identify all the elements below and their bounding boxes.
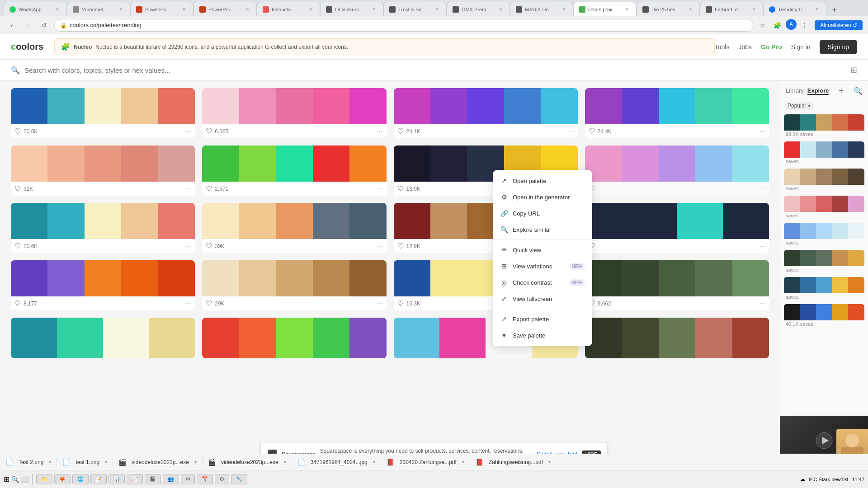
tab-close-8[interactable]: ✕: [497, 6, 504, 13]
mini-palette-4[interactable]: saves: [784, 196, 864, 219]
taskbar-calendar[interactable]: 📅: [197, 474, 213, 484]
context-save-palette[interactable]: ♥ Save palette: [493, 327, 592, 343]
taskbar-mail[interactable]: ✉: [181, 474, 195, 484]
search-taskbar[interactable]: 🔍: [11, 476, 19, 483]
context-check-contrast[interactable]: ◎ Check contrast NEW: [493, 274, 592, 291]
mini-palette-1[interactable]: 98.3K saves: [784, 114, 864, 138]
task-view[interactable]: ⬜: [21, 476, 28, 483]
download-chevron-3[interactable]: ▾: [194, 460, 197, 465]
more-icon[interactable]: ···: [760, 300, 765, 308]
taskbar-word[interactable]: 📝: [90, 474, 107, 484]
palette-card[interactable]: ♡ ···: [585, 203, 769, 253]
palette-card[interactable]: ♡ 32K ···: [11, 145, 195, 196]
tab-library[interactable]: Library: [786, 87, 804, 95]
tab-13[interactable]: Trending C... ✕: [763, 2, 826, 16]
popular-filter[interactable]: Popular ▾: [784, 102, 814, 110]
tab-explore[interactable]: Explore: [807, 87, 829, 95]
taskbar-onenote[interactable]: 📓: [145, 474, 161, 484]
tab-close-6[interactable]: ✕: [370, 6, 377, 13]
tab-close[interactable]: ✕: [54, 6, 61, 13]
context-copy-url[interactable]: 🔗 Copy URL: [493, 205, 592, 221]
tab-close-13[interactable]: ✕: [813, 6, 821, 13]
nucleo-banner[interactable]: 🧩 Nucleo Nucleo is a beautiful library o…: [54, 38, 715, 55]
sign-in-button[interactable]: Sign in: [791, 43, 811, 51]
download-chevron-7[interactable]: ▾: [548, 460, 551, 465]
tab-close-3[interactable]: ✕: [180, 6, 188, 13]
more-icon[interactable]: ···: [185, 127, 191, 136]
taskbar-teams[interactable]: 👥: [163, 474, 179, 484]
tab-close-7[interactable]: ✕: [434, 6, 441, 13]
taskbar-settings[interactable]: ⚙: [215, 474, 229, 484]
palette-card[interactable]: ♡ 6,065 ···: [202, 88, 386, 138]
gopro-link[interactable]: Go Pro: [761, 43, 782, 51]
download-item-2[interactable]: test 1.png: [75, 459, 99, 465]
star-icon[interactable]: ☆: [757, 19, 769, 32]
taskbar-file-manager[interactable]: 📁: [36, 474, 52, 484]
address-bar[interactable]: 🔒 coolors.co/palettes/trending: [54, 19, 753, 32]
palette-card[interactable]: [11, 318, 195, 358]
palette-card[interactable]: ♡ 20.6K ···: [11, 88, 195, 138]
palette-card[interactable]: ♡ 9,662 ···: [585, 260, 769, 310]
logo[interactable]: coolors: [11, 42, 43, 52]
palette-card[interactable]: [202, 318, 386, 358]
download-item-6[interactable]: 230420 Zahlungsa...pdf: [400, 459, 457, 465]
download-chevron-6[interactable]: ▾: [462, 460, 464, 465]
more-icon[interactable]: ···: [185, 300, 191, 308]
more-icon[interactable]: ···: [377, 185, 382, 193]
palette-card[interactable]: ♡ 8,177 ···: [11, 260, 195, 310]
more-icon[interactable]: ···: [760, 185, 765, 193]
mini-palette-5[interactable]: saves: [784, 223, 864, 246]
download-item-4[interactable]: videodeluxe2023p...exe: [221, 459, 278, 465]
sidebar-add-icon[interactable]: +: [839, 86, 844, 96]
taskbar-chrome[interactable]: 🌐: [72, 474, 89, 484]
add-tab-button[interactable]: +: [828, 4, 841, 16]
windows-start[interactable]: ⊞: [4, 475, 9, 483]
palette-card[interactable]: ♡ 24.1K ···: [394, 88, 578, 138]
mini-palette-6[interactable]: saves: [784, 250, 864, 273]
download-chevron-1[interactable]: ▾: [49, 460, 51, 465]
tab-12[interactable]: Farbrad, e... ✕: [700, 2, 763, 16]
search-input[interactable]: [24, 66, 850, 74]
more-icon[interactable]: ···: [377, 127, 382, 136]
palette-card[interactable]: ♡ 39K ···: [202, 203, 386, 253]
tab-close-5[interactable]: ✕: [307, 6, 314, 13]
palette-card[interactable]: ♡ 24.4K ···: [585, 88, 769, 138]
taskbar-ppt[interactable]: 📊: [108, 474, 125, 484]
tab-11[interactable]: Die 25 bes... ✕: [637, 2, 700, 16]
tab-close-active[interactable]: ✕: [623, 6, 631, 13]
download-item-7[interactable]: Zahlungsweisung...pdf: [489, 459, 543, 465]
tab-4[interactable]: PowerPoi... ✕: [193, 2, 257, 16]
sidebar-search-icon[interactable]: 🔍: [854, 87, 863, 95]
reload-button[interactable]: ↺: [38, 19, 51, 32]
download-item-3[interactable]: videodeluxe2023p...exe: [132, 459, 189, 465]
download-item-1[interactable]: Test 2.png: [19, 459, 43, 465]
forward-button[interactable]: ›: [22, 19, 34, 32]
palette-card-context[interactable]: ♡ ···: [585, 145, 769, 196]
download-item-5[interactable]: 3471961984_4024...jpg: [311, 459, 368, 465]
download-chevron-5[interactable]: ▾: [373, 460, 375, 465]
palette-card[interactable]: ♡ 2,671 ···: [202, 145, 386, 196]
palette-card[interactable]: ♡ 20.6K ···: [11, 203, 195, 253]
download-chevron-4[interactable]: ▾: [284, 460, 286, 465]
jobs-link[interactable]: Jobs: [738, 43, 752, 51]
extensions-icon[interactable]: 🧩: [771, 19, 784, 32]
mini-palette-2[interactable]: saves: [784, 141, 864, 165]
download-chevron-2[interactable]: ▾: [105, 460, 107, 465]
more-icon[interactable]: ···: [568, 127, 574, 136]
settings-icon[interactable]: ⋮: [798, 19, 811, 32]
tab-6[interactable]: Onlinekurs... ✕: [320, 2, 383, 16]
more-icon[interactable]: ···: [377, 300, 382, 308]
profile-icon[interactable]: A: [786, 19, 797, 30]
mini-palette-8[interactable]: 40.1K saves: [784, 304, 864, 328]
more-icon[interactable]: ···: [760, 127, 765, 136]
context-view-variations[interactable]: ⊞ View variations NEW: [493, 258, 592, 274]
palette-card[interactable]: [585, 318, 769, 358]
tab-close-4[interactable]: ✕: [244, 6, 251, 13]
tab-8[interactable]: GMX Prem... ✕: [447, 2, 510, 16]
mini-palette-3[interactable]: saves: [784, 169, 864, 192]
tab-5[interactable]: Instructo... ✕: [257, 2, 320, 16]
palette-card[interactable]: ♡ 29K ···: [202, 260, 386, 310]
taskbar-misc[interactable]: 🔧: [231, 474, 247, 484]
tab-close-2[interactable]: ✕: [117, 6, 124, 13]
taskbar-firefox[interactable]: 🦊: [54, 474, 71, 484]
